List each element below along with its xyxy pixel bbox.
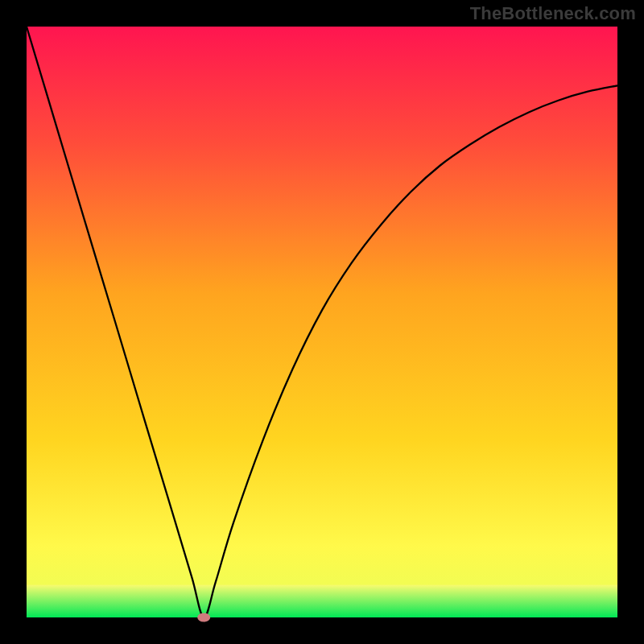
watermark-text: TheBottleneck.com [470,3,636,24]
green-band [27,585,617,617]
chart-frame: TheBottleneck.com [0,0,644,644]
chart-svg [0,0,644,644]
marker-dot [197,613,210,622]
